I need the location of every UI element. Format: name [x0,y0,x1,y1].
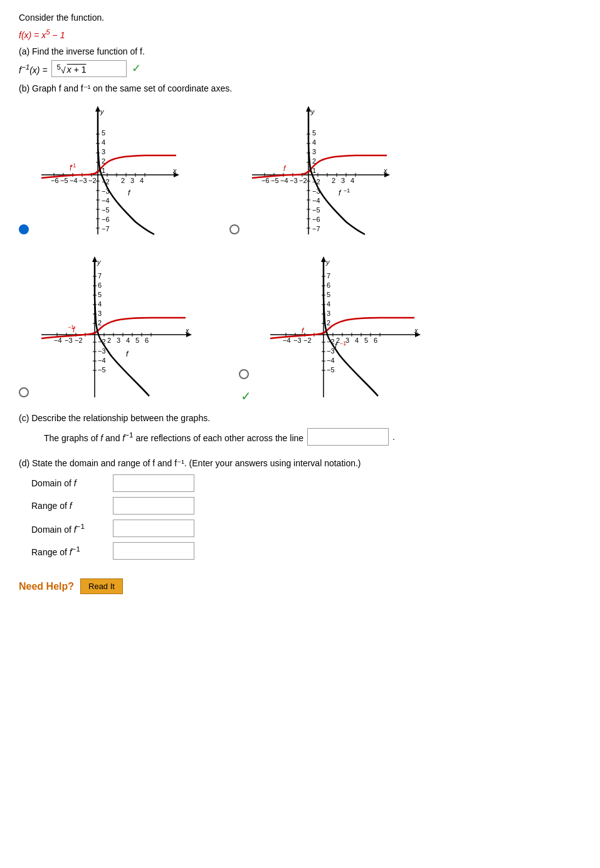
part-c-text1: The graphs of f and f−1 are reflections … [44,431,303,443]
svg-text:3: 3 [98,310,102,317]
need-help-text: Need Help? [19,581,74,592]
svg-text:−3: −3 [327,347,335,355]
domain-f-input[interactable] [113,474,194,492]
svg-text:−7: −7 [312,225,320,233]
svg-text:5: 5 [327,291,330,298]
svg-text:3: 3 [327,310,330,317]
svg-text:−2: −2 [88,177,97,184]
svg-text:−2: −2 [303,337,312,344]
svg-text:−3: −3 [65,337,73,344]
svg-text:y: y [97,258,102,266]
svg-text:−6: −6 [102,216,110,223]
svg-text:4: 4 [102,139,105,146]
radio-graph2[interactable] [229,224,239,234]
graph1-container: 5 4 3 2 1 −2 −3 −4 −5 −6 −7 −6 −5 −4 −3 … [35,103,179,241]
svg-text:2: 2 [107,337,111,344]
svg-text:2: 2 [98,319,102,327]
domain-finv-label: Domain of f−1 [31,522,107,535]
svg-text:−4: −4 [98,357,106,364]
svg-text:y: y [310,108,315,115]
svg-text:−5: −5 [60,177,68,184]
svg-text:−3: −3 [290,177,298,184]
correct-checkmark: ✓ [132,61,141,75]
svg-text:−6: −6 [261,177,270,184]
svg-text:5: 5 [98,291,102,298]
svg-text:5: 5 [135,337,139,344]
svg-text:f: f [128,189,131,197]
svg-text:3: 3 [130,177,134,184]
svg-text:6: 6 [98,281,102,289]
inverse-prefix: f−1(x) = [19,63,48,75]
svg-text:−5: −5 [327,366,335,374]
svg-text:5: 5 [364,337,368,344]
svg-text:5: 5 [312,129,316,137]
svg-text:2: 2 [121,177,125,184]
svg-text:7: 7 [327,272,330,280]
svg-text:−7: −7 [102,225,110,233]
function-equation: f(x) = x5 − 1 [19,28,581,40]
svg-text:−5: −5 [271,177,279,184]
range-finv-input[interactable] [113,542,194,560]
svg-text:4: 4 [327,300,330,308]
svg-text:4: 4 [312,139,316,146]
part-a-label: (a) Find the inverse function of f. [19,46,581,56]
domain-range-section: Domain of f Range of f Domain of f−1 Ran… [31,474,581,560]
svg-text:−1: −1 [68,324,74,330]
svg-text:−5: −5 [98,366,106,374]
need-help-section: Need Help? Read It [19,578,581,594]
domain-f-label: Domain of f [31,478,107,488]
graph2-svg: 5 4 3 2 1 −2 −3 −4 −5 −6 −7 −6 −5 −4 −3 … [246,103,390,241]
svg-text:−5: −5 [312,206,320,214]
svg-text:f: f [302,327,305,335]
svg-text:4: 4 [98,300,102,308]
radio-graph3[interactable] [19,387,29,397]
part-c-sentence: The graphs of f and f−1 are reflections … [44,428,581,446]
reflection-line-input[interactable] [307,428,389,446]
svg-text:3: 3 [117,337,120,344]
read-it-button[interactable]: Read It [80,578,123,594]
svg-text:x: x [414,327,418,334]
svg-text:−1: −1 [340,340,346,347]
svg-text:y: y [100,108,105,115]
range-f-input[interactable] [113,497,194,515]
svg-text:−4: −4 [280,177,288,184]
svg-text:6: 6 [145,337,149,344]
svg-text:5: 5 [102,129,105,137]
svg-text:y: y [325,258,330,266]
svg-text:f: f [283,164,287,173]
graph4-svg: 7 6 5 4 3 2 −2 −3 −4 −5 −4 −3 −2 2 3 4 5… [264,253,421,404]
svg-text:f: f [126,350,129,358]
part-c-period: . [392,432,395,442]
svg-text:4: 4 [350,177,354,184]
svg-text:−2: −2 [299,177,307,184]
svg-text:−5: −5 [102,206,110,214]
radio-graph4[interactable] [239,369,249,379]
svg-text:x: x [383,167,387,174]
svg-text:−4: −4 [312,197,320,204]
svg-text:−1: −1 [344,187,350,194]
domain-finv-input[interactable] [113,520,194,537]
svg-text:4: 4 [126,337,130,344]
svg-text:−3: −3 [293,337,302,344]
svg-text:−6: −6 [51,177,59,184]
svg-text:−1: −1 [70,162,76,169]
svg-text:4: 4 [355,337,359,344]
svg-text:6: 6 [327,281,330,289]
svg-text:−2: −2 [75,337,83,344]
part-d-label: (d) State the domain and range of f and … [19,458,581,468]
range-f-label: Range of f [31,501,107,511]
inverse-answer-box: 5√x + 1 [51,60,127,78]
graph3-container: 7 6 5 4 3 2 −2 −3 −4 −5 −4 −3 −2 2 3 4 5… [35,253,192,404]
radio-graph1[interactable] [19,224,29,234]
problem-intro: Consider the function. [19,13,581,23]
svg-text:3: 3 [341,177,345,184]
svg-text:−3: −3 [98,347,106,355]
svg-text:−4: −4 [327,357,335,364]
svg-text:f: f [339,189,342,197]
svg-text:x: x [185,327,189,334]
svg-text:2: 2 [332,177,335,184]
svg-text:6: 6 [374,337,377,344]
svg-text:7: 7 [98,272,102,280]
graph1-svg: 5 4 3 2 1 −2 −3 −4 −5 −6 −7 −6 −5 −4 −3 … [35,103,179,241]
svg-text:x: x [172,167,177,174]
